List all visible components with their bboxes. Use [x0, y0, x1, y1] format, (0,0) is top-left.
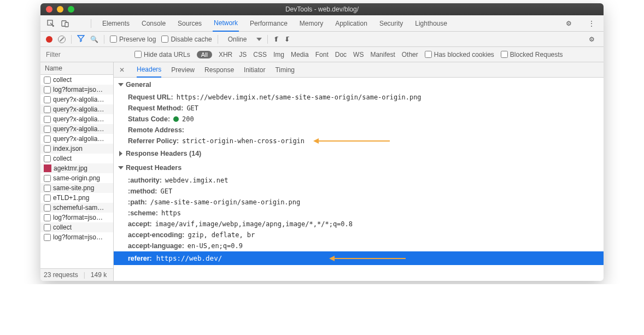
list-item[interactable]: log?format=jso…	[40, 213, 113, 222]
settings-icon[interactable]: ⚙	[563, 20, 575, 27]
accept-language-value: en-US,en;q=0.9	[188, 242, 243, 250]
detail-tab-response[interactable]: Response	[204, 63, 234, 77]
referer-value: https://web.dev/	[156, 254, 222, 262]
filter-css[interactable]: CSS	[253, 51, 267, 58]
disclosure-triangle-icon	[118, 166, 124, 169]
tab-sources[interactable]: Sources	[177, 16, 203, 31]
tab-application[interactable]: Application	[334, 16, 368, 31]
tab-memory[interactable]: Memory	[298, 16, 324, 31]
accept-label: accept:	[128, 220, 152, 228]
referrer-policy-label: Referrer Policy:	[128, 137, 179, 145]
tab-performance[interactable]: Performance	[249, 16, 289, 31]
status-bar: 23 requests | 149 k	[40, 268, 113, 281]
network-toolbar: 🔍 Preserve log Disable cache Online ⬆̄ ⬇…	[40, 32, 604, 47]
list-item[interactable]: collect	[40, 75, 113, 85]
disable-cache-checkbox[interactable]: Disable cache	[161, 36, 212, 43]
list-item[interactable]: schemeful-sam…	[40, 203, 113, 213]
requests-count: 23 requests	[44, 271, 78, 279]
list-item[interactable]: query?x-algolia…	[40, 124, 113, 134]
request-list[interactable]: collect log?format=jso… query?x-algolia……	[40, 75, 113, 268]
name-column-header[interactable]: Name	[40, 62, 113, 75]
list-item[interactable]: same-site.png	[40, 183, 113, 193]
more-icon[interactable]: ⋮	[585, 20, 598, 27]
preserve-log-checkbox[interactable]: Preserve log	[110, 36, 156, 43]
filter-xhr[interactable]: XHR	[219, 51, 232, 58]
request-list-panel: Name collect log?format=jso… query?x-alg…	[40, 62, 114, 281]
filter-img[interactable]: Img	[273, 51, 284, 58]
svg-rect-2	[65, 22, 68, 27]
list-item[interactable]: query?x-algolia…	[40, 104, 113, 114]
list-item[interactable]: agektmr.jpg	[40, 163, 113, 173]
disclosure-triangle-icon	[119, 151, 122, 156]
remote-address-label: Remote Address:	[128, 126, 184, 134]
tab-network[interactable]: Network	[213, 15, 239, 32]
clear-button[interactable]	[58, 36, 66, 43]
filter-media[interactable]: Media	[291, 51, 309, 58]
network-settings-icon[interactable]: ⚙	[586, 36, 598, 43]
list-item[interactable]: query?x-algolia…	[40, 95, 113, 104]
request-headers-section[interactable]: Request Headers	[114, 161, 604, 175]
list-item[interactable]: log?format=jso…	[40, 232, 113, 242]
detail-tab-preview[interactable]: Preview	[171, 63, 195, 77]
detail-tab-headers[interactable]: Headers	[137, 62, 161, 78]
details-panel: ✕ Headers Preview Response Initiator Tim…	[114, 62, 604, 281]
blocked-requests-checkbox[interactable]: Blocked Requests	[501, 51, 563, 58]
method-value: GET	[160, 187, 172, 195]
list-item[interactable]: same-origin.png	[40, 173, 113, 183]
filter-js[interactable]: JS	[239, 51, 247, 58]
transfer-size: 149 k	[91, 271, 107, 279]
filter-other[interactable]: Other	[402, 51, 418, 58]
headers-body[interactable]: General Request URL:https://webdev.imgix…	[114, 78, 604, 281]
annotation-arrow-icon	[319, 140, 390, 142]
request-url-value: https://webdev.imgix.net/same-site-same-…	[177, 93, 421, 101]
path-value: /same-site-same-origin/same-origin.png	[150, 198, 301, 206]
scheme-value: https	[161, 209, 181, 217]
referer-row-highlight: referer: https://web.dev/	[114, 251, 604, 265]
scheme-label: :scheme:	[128, 209, 158, 217]
record-button[interactable]	[46, 36, 52, 43]
inspect-icon[interactable]	[46, 19, 56, 28]
list-item[interactable]: query?x-algolia…	[40, 114, 113, 124]
response-headers-section[interactable]: Response Headers (14)	[114, 146, 604, 161]
throttling-dropdown-icon[interactable]	[256, 38, 262, 41]
annotation-arrow-icon	[335, 258, 406, 259]
filter-ws[interactable]: WS	[353, 51, 364, 58]
filter-toggle-icon[interactable]	[77, 34, 85, 44]
download-har-icon[interactable]: ⬇̄	[284, 36, 290, 43]
list-item[interactable]: collect	[40, 222, 113, 232]
tab-lighthouse[interactable]: Lighthouse	[414, 16, 448, 31]
tab-console[interactable]: Console	[140, 16, 167, 31]
device-toggle-icon[interactable]	[60, 19, 70, 28]
tab-elements[interactable]: Elements	[101, 16, 131, 31]
upload-har-icon[interactable]: ⬆̄	[273, 36, 279, 43]
filter-all[interactable]: All	[197, 51, 212, 58]
throttling-select[interactable]: Online	[224, 34, 251, 44]
disclosure-triangle-icon	[118, 83, 124, 86]
detail-tab-initiator[interactable]: Initiator	[244, 63, 265, 77]
detail-tabs: ✕ Headers Preview Response Initiator Tim…	[114, 62, 604, 78]
tab-security[interactable]: Security	[378, 16, 404, 31]
detail-tab-timing[interactable]: Timing	[275, 63, 295, 77]
close-details-icon[interactable]: ✕	[119, 66, 125, 74]
filter-font[interactable]: Font	[315, 51, 329, 58]
request-method-label: Request Method:	[128, 104, 183, 112]
request-url-label: Request URL:	[128, 93, 173, 101]
filter-input[interactable]	[46, 51, 128, 58]
list-item[interactable]: query?x-algolia…	[40, 134, 113, 144]
search-icon[interactable]: 🔍	[90, 36, 98, 43]
list-item[interactable]: eTLD+1.png	[40, 193, 113, 203]
authority-value: webdev.imgix.net	[165, 177, 229, 184]
hide-data-urls-checkbox[interactable]: Hide data URLs	[134, 51, 190, 58]
window-title: DevTools - web.dev/blog/	[40, 5, 604, 13]
list-item[interactable]: index.json	[40, 144, 113, 154]
filter-doc[interactable]: Doc	[335, 51, 347, 58]
general-section[interactable]: General	[114, 78, 604, 92]
list-item[interactable]: collect	[40, 154, 113, 163]
main-tabs-row: Elements Console Sources Network Perform…	[40, 15, 604, 32]
titlebar: DevTools - web.dev/blog/	[40, 3, 604, 15]
has-blocked-cookies-checkbox[interactable]: Has blocked cookies	[425, 51, 494, 58]
filter-manifest[interactable]: Manifest	[370, 51, 395, 58]
main-split: Name collect log?format=jso… query?x-alg…	[40, 62, 604, 281]
list-item[interactable]: log?format=jso…	[40, 85, 113, 95]
method-label: :method:	[128, 187, 157, 195]
